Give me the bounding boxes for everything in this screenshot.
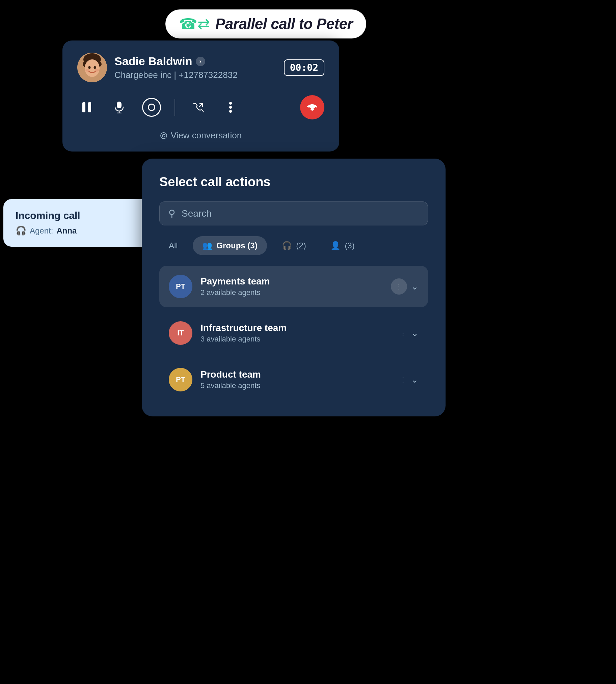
end-call-button[interactable] — [300, 95, 324, 119]
infrastructure-expand-button[interactable]: ⌄ — [411, 328, 419, 339]
filter-all[interactable]: All — [159, 236, 187, 255]
parallel-call-text: Parallel call to Peter — [215, 16, 353, 32]
svg-point-15 — [229, 106, 232, 109]
record-inner — [148, 104, 155, 111]
payments-team-agents: 2 available agents — [200, 288, 383, 297]
svg-point-17 — [161, 133, 167, 139]
team-list: PT Payments team 2 available agents ⋮ ⌄ … — [159, 266, 428, 400]
more-button[interactable] — [221, 98, 240, 117]
svg-point-18 — [162, 134, 165, 137]
team-item-product[interactable]: PT Product team 5 available agents ⋮ ⌄ — [159, 359, 428, 400]
svg-point-4 — [88, 66, 91, 69]
svg-rect-10 — [117, 101, 122, 108]
mic-button[interactable] — [110, 98, 129, 117]
pause-button[interactable] — [77, 98, 96, 117]
search-icon: ⚲ — [169, 208, 176, 219]
agent-name: Anna — [57, 226, 76, 235]
payments-team-info: Payments team 2 available agents — [200, 276, 383, 297]
call-timer: 00:02 — [284, 60, 324, 76]
payments-more-button[interactable]: ⋮ — [391, 278, 407, 295]
incoming-call-title: Incoming call — [16, 210, 140, 221]
call-controls — [77, 92, 324, 128]
svg-line-13 — [199, 104, 202, 107]
svg-point-6 — [85, 69, 89, 71]
product-team-actions: ⋮ ⌄ — [400, 374, 419, 385]
name-arrow-btn[interactable]: › — [196, 57, 205, 66]
payments-expand-button[interactable]: ⌄ — [411, 281, 419, 292]
call-header: Sadie Baldwin › Chargebee inc | +1278732… — [77, 53, 324, 82]
search-box[interactable]: ⚲ Search — [159, 202, 428, 225]
infrastructure-more-button[interactable]: ⋮ — [400, 329, 407, 337]
infrastructure-team-info: Infrastructure team 3 available agents — [200, 323, 392, 343]
filter-tabs: All 👥 Groups (3) 🎧 (2) 👤 (3) — [159, 236, 428, 255]
infrastructure-team-name: Infrastructure team — [200, 323, 392, 334]
headset-filter-icon: 🎧 — [282, 241, 292, 250]
groups-icon: 👥 — [202, 241, 212, 250]
caller-details: Chargebee inc | +12787322832 — [114, 70, 277, 80]
parallel-call-icon: ☎⇄ — [179, 17, 210, 31]
product-expand-button[interactable]: ⌄ — [411, 374, 419, 385]
headset-icon: 🎧 — [16, 225, 26, 236]
svg-point-14 — [229, 102, 232, 105]
view-conversation-link[interactable]: View conversation — [77, 128, 324, 141]
product-team-avatar: PT — [169, 368, 192, 391]
call-info: Sadie Baldwin › Chargebee inc | +1278732… — [114, 55, 277, 80]
caller-avatar — [77, 53, 107, 82]
incoming-agent-info: 🎧 Agent: Anna — [16, 225, 140, 236]
select-call-actions-panel: Select call actions ⚲ Search All 👥 Group… — [142, 159, 445, 416]
record-button[interactable] — [142, 98, 161, 117]
filter-agents2[interactable]: 🎧 (2) — [272, 236, 315, 255]
svg-point-5 — [94, 66, 96, 69]
team-item-payments[interactable]: PT Payments team 2 available agents ⋮ ⌄ — [159, 266, 428, 307]
infrastructure-team-actions: ⋮ ⌄ — [400, 328, 419, 339]
payments-team-actions: ⋮ ⌄ — [391, 278, 419, 295]
infrastructure-team-agents: 3 available agents — [200, 335, 392, 343]
panel-title: Select call actions — [159, 175, 428, 189]
active-call-card: Sadie Baldwin › Chargebee inc | +1278732… — [62, 41, 339, 152]
filter-agents3[interactable]: 👤 (3) — [321, 236, 364, 255]
payments-team-name: Payments team — [200, 276, 383, 287]
controls-divider — [175, 99, 175, 116]
incoming-call-card: Incoming call 🎧 Agent: Anna — [3, 199, 152, 247]
svg-rect-8 — [82, 102, 85, 112]
product-team-info: Product team 5 available agents — [200, 369, 392, 390]
team-item-infrastructure[interactable]: IT Infrastructure team 3 available agent… — [159, 313, 428, 354]
product-team-name: Product team — [200, 369, 392, 380]
product-more-button[interactable]: ⋮ — [400, 375, 407, 384]
payments-team-avatar: PT — [169, 275, 192, 298]
search-input[interactable]: Search — [182, 208, 212, 219]
caller-name: Sadie Baldwin › — [114, 55, 277, 68]
svg-rect-9 — [88, 102, 91, 112]
svg-point-16 — [229, 110, 232, 113]
parallel-call-badge: ☎⇄ Parallel call to Peter — [166, 9, 366, 39]
svg-point-3 — [85, 60, 100, 77]
product-team-agents: 5 available agents — [200, 381, 392, 390]
infrastructure-team-avatar: IT — [169, 321, 192, 345]
filter-groups[interactable]: 👥 Groups (3) — [193, 236, 267, 255]
user-filter-icon: 👤 — [330, 241, 340, 250]
svg-point-7 — [95, 69, 99, 71]
transfer-button[interactable] — [189, 98, 207, 117]
